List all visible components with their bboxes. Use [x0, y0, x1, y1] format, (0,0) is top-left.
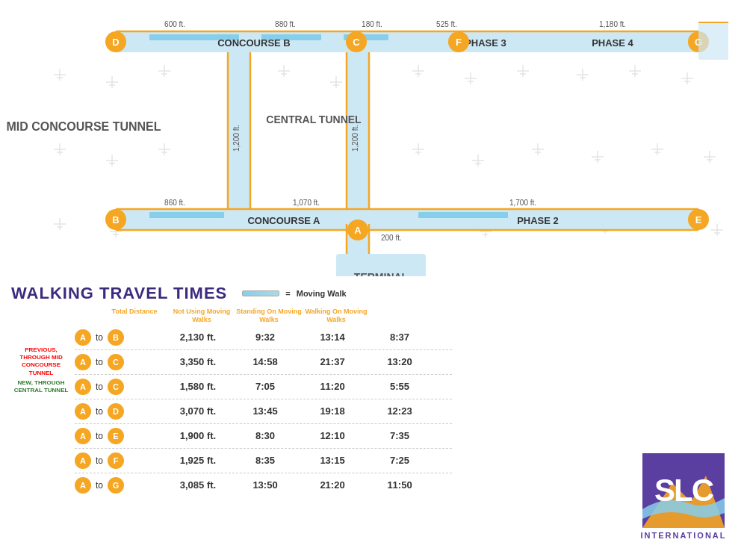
- svg-text:MID CONCOURSE TUNNEL: MID CONCOURSE TUNNEL: [6, 120, 161, 133]
- svg-rect-123: [418, 212, 508, 218]
- cell-total-distance: 3,085 ft.: [164, 479, 232, 491]
- slc-letters: SLC: [654, 473, 713, 508]
- cell-walking: 7:35: [366, 430, 433, 441]
- svg-text:PHASE 3: PHASE 3: [465, 37, 506, 49]
- svg-text:A: A: [354, 225, 362, 236]
- svg-text:860 ft.: 860 ft.: [164, 199, 185, 207]
- svg-text:1,200 ft.: 1,200 ft.: [232, 125, 241, 152]
- route-side-note: NEW, THROUGH CENTRAL TUNNEL: [11, 379, 71, 394]
- cell-standing: 19:18: [299, 405, 366, 417]
- route-label: A to E: [75, 428, 164, 444]
- route-from-badge: A: [75, 329, 91, 346]
- cell-not-using: 14:58: [232, 356, 299, 367]
- travel-times-section: WALKING TRAVEL TIMES = Moving Walk Total…: [0, 276, 463, 560]
- legend-label: Moving Walk: [297, 289, 347, 298]
- col-header-not-using: Not Using Moving Walks: [168, 308, 235, 324]
- travel-times-rows: A to B2,130 ft.9:3213:148:37PREVIOUS, TH…: [75, 326, 452, 497]
- route-data: 1,580 ft.7:0511:205:55: [164, 381, 452, 392]
- slc-logo: SLC INTERNATIONAL: [635, 448, 732, 545]
- cell-standing: 12:10: [299, 430, 366, 441]
- slc-logo-box: SLC: [642, 453, 725, 528]
- slc-international-label: INTERNATIONAL: [640, 531, 726, 540]
- svg-text:PHASE 4: PHASE 4: [592, 37, 633, 49]
- route-to-badge: C: [108, 354, 124, 370]
- cell-total-distance: 3,350 ft.: [164, 356, 232, 367]
- route-to-label: to: [96, 382, 103, 392]
- cell-standing: 13:14: [299, 332, 366, 343]
- svg-text:180 ft.: 180 ft.: [362, 20, 382, 28]
- route-label: A to F: [75, 452, 164, 469]
- travel-row: A to G3,085 ft.13:5021:2011:50: [75, 473, 452, 497]
- col-header-standing: Standing On Moving Walks: [235, 308, 303, 324]
- svg-text:200 ft.: 200 ft.: [381, 234, 402, 242]
- cell-walking: 7:25: [366, 455, 433, 466]
- bottom-panel: WALKING TRAVEL TIMES = Moving Walk Total…: [0, 276, 747, 560]
- svg-text:CONCOURSE B: CONCOURSE B: [217, 37, 291, 49]
- svg-text:C: C: [353, 37, 360, 48]
- svg-text:1,200 ft.: 1,200 ft.: [351, 125, 359, 152]
- route-label: A to B: [75, 329, 164, 346]
- route-to-badge: D: [108, 403, 124, 420]
- route-to-label: to: [96, 480, 103, 491]
- col-header-total: Total Distance: [101, 308, 168, 324]
- route-to-badge: E: [108, 428, 124, 444]
- svg-text:1,180 ft.: 1,180 ft.: [599, 20, 626, 28]
- travel-row: A to B2,130 ft.9:3213:148:37: [75, 326, 452, 349]
- route-data: 1,925 ft.8:3513:157:25: [164, 455, 452, 466]
- table-column-headers: Total Distance Not Using Moving Walks St…: [101, 308, 452, 324]
- route-to-badge: G: [108, 477, 124, 494]
- svg-text:CENTRAL TUNNEL: CENTRAL TUNNEL: [266, 113, 362, 125]
- route-data: 3,070 ft.13:4519:1812:23: [164, 405, 452, 417]
- cell-total-distance: 1,925 ft.: [164, 455, 232, 466]
- route-to-label: to: [96, 406, 103, 417]
- walking-travel-times-title: WALKING TRAVEL TIMES: [11, 284, 227, 303]
- route-to-badge: F: [108, 452, 124, 469]
- route-data: 1,900 ft.8:3012:107:35: [164, 430, 452, 441]
- route-side-note: PREVIOUS, THROUGH MID CONCOURSE TUNNEL: [11, 346, 71, 378]
- travel-row: A to D3,070 ft.13:4519:1812:23: [75, 399, 452, 423]
- route-data: 3,085 ft.13:5021:2011:50: [164, 479, 452, 491]
- travel-row: NEW, THROUGH CENTRAL TUNNELA to C1,580 f…: [75, 374, 452, 399]
- airport-map: 600 ft. 880 ft. 180 ft. 525 ft. 1,180 ft…: [0, 0, 747, 276]
- svg-text:880 ft.: 880 ft.: [275, 20, 296, 28]
- route-from-badge: A: [75, 403, 91, 420]
- route-from-badge: A: [75, 428, 91, 444]
- moving-walk-legend: = Moving Walk: [242, 289, 346, 298]
- travel-row: A to F1,925 ft.8:3513:157:25: [75, 448, 452, 473]
- svg-text:F: F: [456, 37, 462, 48]
- cell-total-distance: 1,900 ft.: [164, 430, 232, 441]
- cell-not-using: 13:50: [232, 479, 299, 491]
- legend-line-symbol: [242, 290, 279, 296]
- cell-standing: 11:20: [299, 381, 366, 392]
- route-to-badge: B: [108, 329, 124, 346]
- cell-total-distance: 3,070 ft.: [164, 405, 232, 417]
- svg-text:CONCOURSE A: CONCOURSE A: [247, 215, 320, 226]
- route-to-label: to: [96, 431, 103, 441]
- cell-not-using: 9:32: [232, 332, 299, 343]
- route-from-badge: A: [75, 379, 91, 395]
- svg-rect-109: [698, 22, 728, 60]
- cell-not-using: 8:35: [232, 455, 299, 466]
- travel-row: PREVIOUS, THROUGH MID CONCOURSE TUNNELA …: [75, 349, 452, 374]
- route-to-label: to: [96, 357, 103, 367]
- route-from-badge: A: [75, 452, 91, 469]
- svg-text:600 ft.: 600 ft.: [164, 20, 185, 28]
- cell-standing: 21:20: [299, 479, 366, 491]
- svg-text:E: E: [695, 214, 702, 225]
- route-from-badge: A: [75, 477, 91, 494]
- col-header-walking: Walking On Moving Walks: [303, 308, 370, 324]
- cell-walking: 8:37: [366, 332, 433, 343]
- cell-walking: 12:23: [366, 405, 433, 417]
- cell-total-distance: 2,130 ft.: [164, 332, 232, 343]
- route-data: 2,130 ft.9:3213:148:37: [164, 332, 452, 343]
- svg-text:525 ft.: 525 ft.: [436, 20, 457, 28]
- route-data: 3,350 ft.14:5821:3713:20: [164, 356, 452, 367]
- cell-not-using: 13:45: [232, 405, 299, 417]
- cell-standing: 13:15: [299, 455, 366, 466]
- svg-text:PHASE 2: PHASE 2: [517, 215, 559, 226]
- route-from-badge: A: [75, 354, 91, 370]
- route-to-badge: C: [108, 379, 124, 395]
- route-to-label: to: [96, 332, 103, 343]
- cell-walking: 11:50: [366, 479, 433, 491]
- svg-rect-122: [149, 212, 224, 218]
